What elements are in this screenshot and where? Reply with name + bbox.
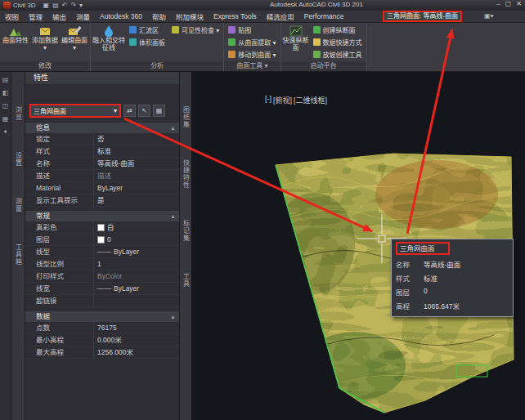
tab-survey[interactable]: 测量 xyxy=(71,11,95,21)
data-shortcuts-button[interactable]: 数据快捷方式 xyxy=(311,36,365,48)
prop-row-min-elevation[interactable]: 最小高程 0.000米 xyxy=(25,334,179,346)
prop-row-point-count[interactable]: 点数 76175 xyxy=(25,322,179,334)
stamp-button[interactable]: 贴图 xyxy=(226,24,278,36)
panel-label-surface-tools[interactable]: 曲面工具 ▾ xyxy=(224,61,280,71)
merge-breaklines-button[interactable]: 融入相交特征线 xyxy=(92,24,125,52)
tab-performance[interactable]: Performance xyxy=(299,12,349,20)
redo-icon[interactable]: ↷ xyxy=(70,2,76,9)
undo-icon[interactable]: ↶ xyxy=(62,2,68,9)
tab-express-tools[interactable]: Express Tools xyxy=(209,12,262,20)
add-data-button[interactable]: 添加数据 ▾ xyxy=(31,24,59,52)
collapse-icon[interactable]: ▲ xyxy=(170,211,176,221)
palette-tab-markup[interactable]: 标记集 xyxy=(182,220,191,242)
tab-manage[interactable]: 管理 xyxy=(24,11,47,21)
panel-label-analyze[interactable]: 分析 xyxy=(91,61,223,71)
prop-row-style[interactable]: 样式 标准 xyxy=(25,145,179,158)
palette-tab-quick-properties[interactable]: 快捷特性 xyxy=(182,159,191,189)
color-swatch xyxy=(97,224,105,231)
prop-row-name[interactable]: 名称 等高线-曲面 xyxy=(25,158,179,170)
prop-row-linetype-scale[interactable]: 线型比例 1 xyxy=(25,258,179,270)
ribbon-panel-analyze: 融入相交特征线 汇流区 体积面板 可见性检查 ▾ 分析 xyxy=(91,23,224,71)
move-to-surface-icon xyxy=(228,51,236,58)
select-objects-icon[interactable]: ↖ xyxy=(138,105,150,117)
prop-row-linetype[interactable]: 线型 ——ByLayer xyxy=(25,246,179,258)
prop-label: 锁定 xyxy=(25,133,93,145)
toolspace-tab-prospector[interactable]: 浏览 xyxy=(14,106,23,121)
toolspace-tab-settings[interactable]: 设置 xyxy=(14,152,23,167)
window-title: Autodesk AutoCAD Civil 3D 201 xyxy=(270,1,363,8)
prop-row-hyperlink[interactable]: 超链接 xyxy=(25,295,179,307)
prop-row-max-elevation[interactable]: 最大高程 1256.000米 xyxy=(25,346,179,359)
ribbon: 曲面特性 添加数据 ▾ 编辑曲面 ▾ 修改 xyxy=(0,23,525,72)
prop-value: 0 xyxy=(93,234,179,245)
window-controls: – ▢ ✕ xyxy=(496,0,522,7)
grading-tools-button[interactable]: 放坡创建工具 xyxy=(311,48,365,60)
object-type-dropdown[interactable]: 三角网曲面 ▾ xyxy=(29,104,121,118)
tool-palette-icon[interactable]: ◫ xyxy=(2,102,9,109)
maximize-button[interactable]: ▢ xyxy=(505,0,512,7)
panel-label-launch-pad[interactable]: 启动平台 xyxy=(281,61,366,71)
toolspace-tab-survey[interactable]: 测量 xyxy=(14,198,23,212)
grading-tools-icon xyxy=(313,51,321,58)
minimize-button[interactable]: – xyxy=(496,0,500,7)
object-type-value: 三角网曲面 xyxy=(34,106,66,115)
move-to-surface-button[interactable]: 移动到曲面 ▾ xyxy=(226,48,278,60)
palette-tab-tools[interactable]: 工具 xyxy=(182,273,191,288)
layers-icon[interactable]: ◧ xyxy=(2,89,9,96)
prop-label: 图层 xyxy=(25,234,93,245)
section-header-general[interactable]: 常规 ▲ xyxy=(25,211,179,221)
extract-from-surface-button[interactable]: 从曲面提取 ▾ xyxy=(226,36,278,48)
tab-autodesk360[interactable]: Autodesk 360 xyxy=(95,12,147,20)
button-label: 数据快捷方式 xyxy=(323,38,362,47)
section-header-data[interactable]: 数据 ▲ xyxy=(25,311,179,322)
prop-label: 打印样式 xyxy=(25,270,93,282)
prop-label: 超链接 xyxy=(25,295,93,306)
collapse-icon[interactable]: ▲ xyxy=(170,311,176,322)
palette-icon[interactable]: ▤ xyxy=(2,76,9,83)
quick-select-icon[interactable]: ▦ xyxy=(153,105,165,117)
tab-featured-apps[interactable]: 精选应用 xyxy=(262,11,299,21)
ribbon-options-icon[interactable]: ▣▾ xyxy=(484,12,494,20)
create-profile-icon xyxy=(313,26,321,34)
tab-addins[interactable]: 附加模块 xyxy=(171,11,209,21)
prop-value: 1 xyxy=(93,258,179,270)
tab-output[interactable]: 输出 xyxy=(47,11,71,21)
prop-label: 样式 xyxy=(25,145,93,157)
prop-row-material[interactable]: Material ByLayer xyxy=(25,182,179,194)
plot-icon[interactable]: ▤ xyxy=(52,2,59,9)
prop-row-lineweight[interactable]: 线宽 ——ByLayer xyxy=(25,283,179,295)
contextual-tab-tin-surface[interactable]: 三角网曲面: 等高线-曲面 xyxy=(383,11,462,22)
panel-label-modify[interactable]: 修改 xyxy=(0,61,90,71)
edit-surface-button[interactable]: 编辑曲面 ▾ xyxy=(61,24,88,52)
prop-row-description[interactable]: 描述 描述 xyxy=(25,170,179,182)
catchment-button[interactable]: 汇流区 xyxy=(127,24,168,36)
section-title: 数据 xyxy=(36,312,50,320)
refresh-icon[interactable]: ✦ xyxy=(2,128,8,136)
quick-profile-button[interactable]: 快速纵断面 xyxy=(283,24,309,52)
close-button[interactable]: ✕ xyxy=(516,0,522,7)
qat-dropdown-icon[interactable]: ▾ xyxy=(79,2,83,9)
palette-tab-sheet-set[interactable]: 图纸集 xyxy=(182,106,191,128)
tab-help[interactable]: 帮助 xyxy=(147,11,171,21)
surface-properties-icon xyxy=(9,25,22,38)
toggle-pickadd-icon[interactable]: ⇄ xyxy=(123,105,136,117)
surface-properties-button[interactable]: 曲面特性 xyxy=(2,24,29,45)
volumes-dashboard-button[interactable]: 体积面板 xyxy=(127,36,168,48)
toolspace-tab-toolbox[interactable]: 工具箱 xyxy=(14,244,23,266)
prop-label: 线型比例 xyxy=(25,258,93,270)
save-icon[interactable]: ▣ xyxy=(43,2,50,9)
prop-value: 等高线-曲面 xyxy=(93,158,179,169)
tab-view[interactable]: 视图 xyxy=(0,11,24,21)
prop-row-show-tooltips[interactable]: 显示工具提示 是 xyxy=(25,194,179,207)
prop-row-true-color[interactable]: 真彩色 白 xyxy=(25,221,179,234)
prop-row-plot-style[interactable]: 打印样式 ByColor xyxy=(25,270,179,283)
prop-label: 显示工具提示 xyxy=(25,194,93,206)
prop-row-layer[interactable]: 图层 0 xyxy=(25,234,179,246)
section-header-info[interactable]: 信息 ▲ xyxy=(25,123,179,133)
app-logo-icon[interactable] xyxy=(3,2,11,9)
create-profile-button[interactable]: 创建纵断面 xyxy=(311,24,365,36)
collapse-icon[interactable]: ▲ xyxy=(170,123,176,133)
properties-icon[interactable]: ▦ xyxy=(2,115,9,123)
prop-row-locked[interactable]: 锁定 否 xyxy=(25,133,179,145)
visibility-check-button[interactable]: 可见性检查 ▾ xyxy=(169,24,222,36)
